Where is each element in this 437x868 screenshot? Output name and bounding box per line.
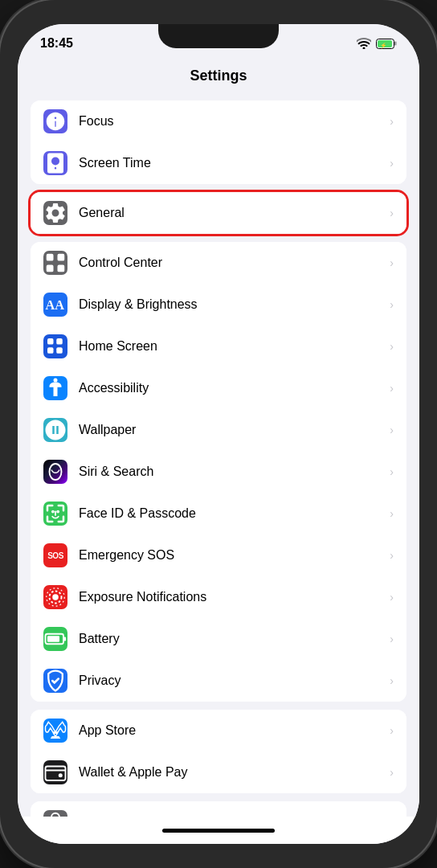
settings-group-passwords: Passwords › bbox=[31, 801, 406, 817]
emergency-sos-label: Emergency SOS bbox=[79, 548, 385, 563]
svg-point-16 bbox=[56, 510, 59, 514]
wifi-icon bbox=[357, 38, 371, 49]
svg-text:AA: AA bbox=[46, 298, 65, 313]
svg-point-13 bbox=[54, 379, 58, 383]
screen-time-icon bbox=[43, 151, 67, 175]
control-center-chevron: › bbox=[390, 256, 394, 269]
privacy-chevron: › bbox=[390, 674, 394, 687]
page-title: Settings bbox=[190, 68, 247, 84]
sidebar-item-app-store[interactable]: App Store › bbox=[31, 710, 406, 751]
phone-screen: 18:45 ⚡ Settings bbox=[18, 24, 419, 844]
app-store-icon bbox=[43, 719, 67, 743]
sidebar-item-exposure[interactable]: Exposure Notifications › bbox=[31, 576, 406, 618]
svg-text:⚡: ⚡ bbox=[380, 41, 387, 48]
svg-rect-1 bbox=[394, 41, 397, 45]
svg-rect-7 bbox=[58, 265, 65, 272]
sidebar-item-siri[interactable]: Siri & Search › bbox=[31, 451, 406, 493]
focus-label: Focus bbox=[79, 114, 385, 129]
sidebar-item-emergency-sos[interactable]: SOS Emergency SOS › bbox=[31, 534, 406, 576]
emergency-sos-chevron: › bbox=[390, 549, 394, 562]
nav-bar: Settings bbox=[18, 63, 419, 92]
sidebar-item-display-brightness[interactable]: AA Display & Brightness › bbox=[31, 284, 406, 326]
sidebar-item-focus[interactable]: Focus › bbox=[31, 100, 406, 142]
svg-rect-22 bbox=[63, 637, 66, 641]
settings-group-display: Control Center › AA Display & Brightness… bbox=[31, 242, 406, 702]
home-screen-chevron: › bbox=[390, 340, 394, 353]
focus-chevron: › bbox=[390, 115, 394, 128]
control-center-icon bbox=[43, 251, 67, 275]
battery-chevron: › bbox=[390, 633, 394, 645]
exposure-icon bbox=[43, 585, 67, 609]
battery-status-icon: ⚡ bbox=[376, 39, 397, 49]
screen-time-chevron: › bbox=[390, 157, 394, 170]
svg-rect-12 bbox=[56, 347, 63, 354]
app-store-label: App Store bbox=[79, 723, 385, 738]
phone-frame: 18:45 ⚡ Settings bbox=[0, 0, 437, 868]
accessibility-chevron: › bbox=[390, 382, 394, 395]
sidebar-item-home-screen[interactable]: Home Screen › bbox=[31, 326, 406, 367]
passwords-chevron: › bbox=[390, 816, 394, 817]
battery-icon bbox=[43, 627, 67, 651]
wallpaper-icon bbox=[43, 418, 67, 442]
face-id-chevron: › bbox=[390, 507, 394, 520]
wallpaper-label: Wallpaper bbox=[79, 423, 385, 437]
svg-point-18 bbox=[52, 594, 59, 600]
svg-rect-10 bbox=[56, 338, 63, 345]
sidebar-item-passwords[interactable]: Passwords › bbox=[31, 801, 406, 817]
face-id-label: Face ID & Passcode bbox=[79, 506, 385, 521]
svg-point-14 bbox=[50, 464, 62, 480]
settings-content[interactable]: Focus › Screen Time › G bbox=[18, 92, 419, 817]
settings-group-general: General › bbox=[31, 192, 406, 234]
sidebar-item-screen-time[interactable]: Screen Time › bbox=[31, 142, 406, 184]
settings-group-store: App Store › Wallet & Apple Pay › bbox=[31, 710, 406, 793]
privacy-icon bbox=[43, 669, 67, 693]
exposure-chevron: › bbox=[390, 591, 394, 604]
home-screen-label: Home Screen bbox=[79, 339, 385, 354]
svg-rect-11 bbox=[47, 347, 54, 354]
battery-label: Battery bbox=[79, 632, 385, 646]
exposure-label: Exposure Notifications bbox=[79, 590, 385, 604]
svg-rect-6 bbox=[47, 265, 54, 272]
face-id-icon bbox=[43, 502, 67, 526]
sidebar-item-battery[interactable]: Battery › bbox=[31, 618, 406, 660]
sidebar-item-privacy[interactable]: Privacy › bbox=[31, 660, 406, 702]
wallet-icon bbox=[43, 760, 67, 784]
general-icon bbox=[43, 201, 67, 225]
svg-point-25 bbox=[59, 773, 63, 777]
accessibility-icon bbox=[43, 376, 67, 400]
display-brightness-label: Display & Brightness bbox=[79, 297, 385, 312]
general-chevron: › bbox=[390, 207, 394, 219]
status-icons: ⚡ bbox=[357, 38, 397, 49]
display-brightness-chevron: › bbox=[390, 298, 394, 311]
bottom-bar bbox=[18, 817, 419, 844]
sidebar-item-accessibility[interactable]: Accessibility › bbox=[31, 367, 406, 409]
app-store-chevron: › bbox=[390, 724, 394, 737]
notch bbox=[158, 24, 279, 48]
status-time: 18:45 bbox=[40, 36, 73, 51]
status-bar: 18:45 ⚡ bbox=[18, 24, 419, 63]
settings-group-top: Focus › Screen Time › bbox=[31, 100, 406, 184]
accessibility-label: Accessibility bbox=[79, 381, 385, 395]
svg-point-15 bbox=[51, 510, 55, 514]
svg-rect-4 bbox=[47, 254, 54, 261]
wallet-chevron: › bbox=[390, 766, 394, 779]
home-screen-icon bbox=[43, 334, 67, 358]
screen-time-label: Screen Time bbox=[79, 156, 385, 170]
sidebar-item-wallpaper[interactable]: Wallpaper › bbox=[31, 409, 406, 451]
sidebar-item-control-center[interactable]: Control Center › bbox=[31, 242, 406, 284]
passwords-label: Passwords bbox=[79, 815, 385, 817]
privacy-label: Privacy bbox=[79, 674, 385, 688]
siri-chevron: › bbox=[390, 465, 394, 478]
control-center-label: Control Center bbox=[79, 256, 385, 270]
sidebar-item-general[interactable]: General › bbox=[31, 192, 406, 234]
svg-rect-9 bbox=[47, 338, 54, 345]
svg-rect-23 bbox=[47, 636, 59, 642]
svg-rect-5 bbox=[58, 254, 65, 261]
sidebar-item-wallet[interactable]: Wallet & Apple Pay › bbox=[31, 751, 406, 793]
passwords-icon bbox=[43, 810, 67, 817]
general-label: General bbox=[79, 206, 385, 220]
home-indicator bbox=[162, 829, 275, 833]
wallet-label: Wallet & Apple Pay bbox=[79, 765, 385, 780]
sidebar-item-face-id[interactable]: Face ID & Passcode › bbox=[31, 493, 406, 534]
siri-label: Siri & Search bbox=[79, 465, 385, 479]
